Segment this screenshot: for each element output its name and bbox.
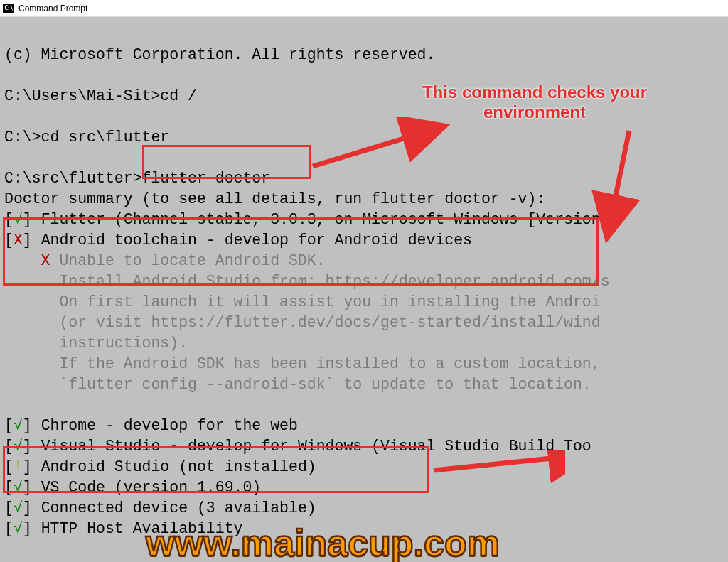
cmd-icon: C:\ <box>3 4 14 13</box>
window-titlebar: C:\ Command Prompt <box>0 0 728 17</box>
copyright-line: (c) Microsoft Corporation. All rights re… <box>4 46 435 63</box>
bracket-close: ] <box>23 458 41 475</box>
android-instr: instructions). <box>4 335 188 352</box>
vscode-line: VS Code (version 1.69.0) <box>41 479 262 496</box>
bracket-open: [ <box>4 499 14 517</box>
bracket-open: [ <box>4 417 14 434</box>
annotation-callout: This command checks your environment <box>414 82 655 122</box>
check-icon: √ <box>14 211 23 228</box>
android-install: Install Android Studio from: https://dev… <box>4 273 491 290</box>
bracket-open: [ <box>4 232 14 249</box>
bracket-close: ] <box>23 417 41 434</box>
androidstudio-line: Android Studio (not installed) <box>41 458 316 475</box>
check-icon: √ <box>14 520 23 537</box>
arrow-icon <box>306 117 462 180</box>
prompt3: C:\src\flutter> <box>4 170 142 187</box>
cmd1: cd / <box>160 87 197 104</box>
bracket-close: ] <box>23 211 41 228</box>
android-sdk-custom: If the Android SDK has been installed to… <box>4 355 601 372</box>
android-visit: (or visit https://flutter.dev/docs/get-s… <box>4 314 601 331</box>
bracket-open: [ <box>4 211 14 228</box>
x-icon: X <box>41 252 50 269</box>
check-icon: √ <box>14 417 23 434</box>
chrome-line: Chrome - develop for the web <box>41 417 298 434</box>
doctor-summary-pre: Doctor summary <box>4 190 142 207</box>
android-first: On first launch it will assist you in in… <box>4 293 601 310</box>
bracket-open: [ <box>4 458 14 475</box>
prompt1: C:\Users\Mai-Sit> <box>4 87 160 104</box>
cmd3: flutter doctor <box>142 170 271 187</box>
bracket-close: ] <box>23 232 41 249</box>
check-icon: √ <box>14 438 23 455</box>
arrow-icon <box>423 450 565 486</box>
bracket-close: ] <box>23 479 41 496</box>
warn-icon: ! <box>14 458 23 475</box>
doctor-summary-post: (to see all details, run flutter doctor … <box>142 190 546 207</box>
watermark: www.mainacup.com <box>146 533 500 553</box>
android-toolchain-line: Android toolchain - develop for Android … <box>41 232 472 249</box>
check-icon: √ <box>14 479 23 496</box>
bracket-open: [ <box>4 438 14 455</box>
svg-line-1 <box>608 131 629 234</box>
x-icon: X <box>14 232 23 249</box>
cmd2: cd src\flutter <box>41 129 170 146</box>
android-install-tail: android.com/s <box>491 273 610 290</box>
bracket-open: [ <box>4 520 14 537</box>
bracket-close: ] <box>23 499 41 517</box>
android-config: `flutter config --android-sdk` to update… <box>4 376 592 393</box>
check-icon: √ <box>14 499 23 517</box>
terminal-output[interactable]: (c) Microsoft Corporation. All rights re… <box>0 17 728 562</box>
indent <box>4 252 41 269</box>
connected-line: Connected device (3 available) <box>41 499 316 517</box>
bracket-close: ] <box>23 438 41 455</box>
visualstudio-line: Visual Studio - develop for Windows (Vis… <box>41 438 592 455</box>
android-unable: Unable to locate Android SDK. <box>50 252 326 269</box>
svg-line-2 <box>434 458 558 470</box>
window-title: Command Prompt <box>18 4 87 13</box>
prompt2: C:\> <box>4 129 41 146</box>
svg-line-0 <box>313 127 441 166</box>
bracket-close: ] <box>23 520 41 537</box>
flutter-line: Flutter (Channel stable, 3.0.3, on Micro… <box>41 211 601 228</box>
bracket-open: [ <box>4 479 14 496</box>
